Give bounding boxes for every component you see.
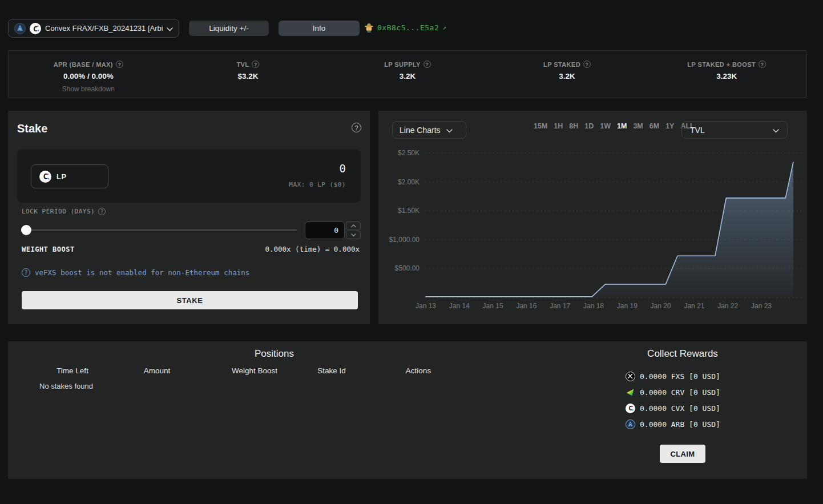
chevron-down-icon (773, 126, 779, 135)
cvx-token-icon: C (626, 404, 635, 413)
svg-text:Jan 16: Jan 16 (516, 302, 536, 310)
svg-text:$2.00K: $2.00K (398, 178, 419, 186)
column-weight-boost: Weight Boost (232, 366, 277, 375)
stat-lp-staked-boost-label: LP STAKED + BOOST (687, 61, 756, 68)
svg-text:Jan 15: Jan 15 (483, 302, 503, 310)
stat-tvl: TVL? $3.2K (168, 51, 328, 98)
lock-days-input[interactable] (305, 221, 345, 239)
reward-row-cvx: C 0.0000 CVX [0 USD] (626, 400, 740, 416)
reward-amount: 0.0000 ARB [0 USD] (640, 420, 720, 429)
svg-text:Jan 23: Jan 23 (751, 302, 772, 310)
stake-amount-input[interactable] (220, 162, 346, 175)
chart-type-label: Line Charts (400, 126, 441, 135)
lock-period-slider-track[interactable] (22, 229, 297, 231)
timerange-6m[interactable]: 6M (649, 122, 659, 130)
timerange-1y[interactable]: 1Y (665, 122, 674, 130)
stat-tvl-label: TVL (236, 61, 249, 68)
stake-help-icon[interactable]: ? (352, 123, 361, 132)
column-amount: Amount (144, 366, 171, 375)
stat-lp-supply-label: LP SUPPLY (384, 61, 421, 68)
stepper-down-button[interactable] (346, 231, 361, 239)
help-icon[interactable]: ? (583, 61, 591, 68)
column-actions: Actions (406, 366, 431, 375)
lock-period-slider-handle[interactable] (21, 225, 31, 235)
stat-lp-supply: LP SUPPLY? 3.2K (328, 51, 487, 98)
convex-icon: C (30, 23, 41, 34)
timerange-8h[interactable]: 8H (569, 122, 578, 130)
liquidity-button[interactable]: Liquidity +/- (189, 21, 269, 36)
svg-text:Jan 14: Jan 14 (449, 302, 470, 310)
stat-apr: APR (BASE / MAX)? 0.00% / 0.00% Show bre… (9, 51, 168, 98)
svg-text:$2.50K: $2.50K (398, 149, 419, 157)
stat-apr-value: 0.00% / 0.00% (63, 72, 114, 80)
chart-metric-dropdown[interactable]: TVL (681, 121, 788, 139)
help-icon[interactable]: ? (98, 208, 106, 215)
wallet-address[interactable]: 0xB8c5...E5a2 ↗ (364, 23, 446, 33)
reward-row-fxs: 0.0000 FXS [0 USD] (626, 368, 740, 384)
stat-lp-staked-boost-value: 3.23K (716, 72, 737, 80)
reward-amount: 0.0000 CRV [0 USD] (640, 388, 720, 397)
svg-text:Jan 19: Jan 19 (617, 302, 638, 310)
max-balance-label[interactable]: MAX: 0 LP ($0) (289, 181, 346, 188)
column-time-left: Time Left (57, 366, 88, 375)
stake-amount-box: C LP MAX: 0 LP ($0) (17, 150, 361, 203)
stat-lp-staked: LP STAKED? 3.2K (487, 51, 647, 98)
crv-token-icon (626, 388, 635, 397)
timerange-selector: 15M 1H 8H 1D 1W 1M 3M 6M 1Y ALL (534, 122, 676, 130)
timerange-15m[interactable]: 15M (534, 122, 547, 130)
stat-lp-staked-value: 3.2K (559, 72, 575, 80)
convex-lp-token-icon: C (39, 171, 51, 183)
show-breakdown-link[interactable]: Show breakdown (62, 85, 115, 93)
info-button[interactable]: Info (279, 21, 360, 36)
reward-row-arb: 0.0000 ARB [0 USD] (626, 416, 740, 432)
svg-text:C: C (33, 24, 38, 33)
farmer-emoji-icon (364, 23, 374, 33)
empty-state-message: No stakes found (39, 382, 93, 390)
weight-boost-label: WEIGHT BOOST (22, 245, 75, 253)
stake-button[interactable]: STAKE (22, 291, 358, 309)
claim-button[interactable]: CLAIM (660, 445, 705, 463)
collect-rewards-section: Collect Rewards 0.0000 FXS [0 USD] 0.000… (626, 348, 740, 463)
timerange-3m[interactable]: 3M (633, 122, 643, 130)
reward-amount: 0.0000 CVX [0 USD] (640, 404, 720, 413)
help-icon[interactable]: ? (423, 61, 431, 68)
column-stake-id: Stake Id (317, 366, 346, 375)
stat-tvl-value: $3.2K (237, 72, 258, 80)
svg-text:Jan 13: Jan 13 (415, 302, 436, 310)
help-icon[interactable]: ? (116, 61, 123, 68)
info-icon: ? (22, 268, 30, 277)
external-link-icon: ↗ (442, 24, 446, 31)
reward-amount: 0.0000 FXS [0 USD] (640, 372, 720, 381)
svg-text:$500.00: $500.00 (395, 264, 420, 272)
token-selector-button[interactable]: C LP (31, 164, 108, 188)
timerange-1d[interactable]: 1D (584, 122, 594, 130)
timerange-1h[interactable]: 1H (554, 122, 563, 130)
timerange-1m[interactable]: 1M (617, 122, 627, 130)
reward-row-crv: 0.0000 CRV [0 USD] (626, 384, 740, 400)
svg-text:Jan 17: Jan 17 (550, 302, 570, 310)
collect-rewards-title: Collect Rewards (626, 348, 740, 360)
pool-selector-label: Convex FRAX/FXB_20241231 [Arbitrum] (45, 24, 163, 33)
weight-boost-value: 0.000x (time) = 0.000x (265, 245, 360, 253)
stat-lp-supply-value: 3.2K (400, 72, 416, 80)
positions-title: Positions (8, 348, 540, 360)
arbitrum-icon (14, 23, 26, 34)
chevron-down-icon (446, 126, 453, 135)
stepper-up-button[interactable] (346, 221, 361, 230)
positions-panel: Positions Time Left Amount Weight Boost … (8, 341, 807, 479)
wallet-address-text: 0xB8c5...E5a2 (377, 23, 439, 32)
lock-period-label: LOCK PERIOD (DAYS) (22, 208, 95, 215)
token-symbol: LP (57, 172, 67, 181)
chart-type-dropdown[interactable]: Line Charts (392, 121, 466, 139)
help-icon[interactable]: ? (252, 61, 259, 68)
svg-text:Jan 20: Jan 20 (651, 302, 671, 310)
stat-lp-staked-label: LP STAKED (543, 61, 580, 68)
stat-lp-staked-boost: LP STAKED + BOOST? 3.23K (647, 51, 806, 98)
pool-selector-dropdown[interactable]: C Convex FRAX/FXB_20241231 [Arbitrum] (8, 19, 179, 38)
svg-text:$1.50K: $1.50K (398, 207, 419, 215)
tvl-chart[interactable]: $2.50K$2.00K$1.50K$1,000.00$500.00Jan 13… (378, 111, 807, 324)
svg-text:Jan 22: Jan 22 (717, 302, 738, 310)
svg-text:Jan 21: Jan 21 (684, 302, 704, 310)
help-icon[interactable]: ? (759, 61, 766, 68)
timerange-1w[interactable]: 1W (600, 122, 611, 130)
